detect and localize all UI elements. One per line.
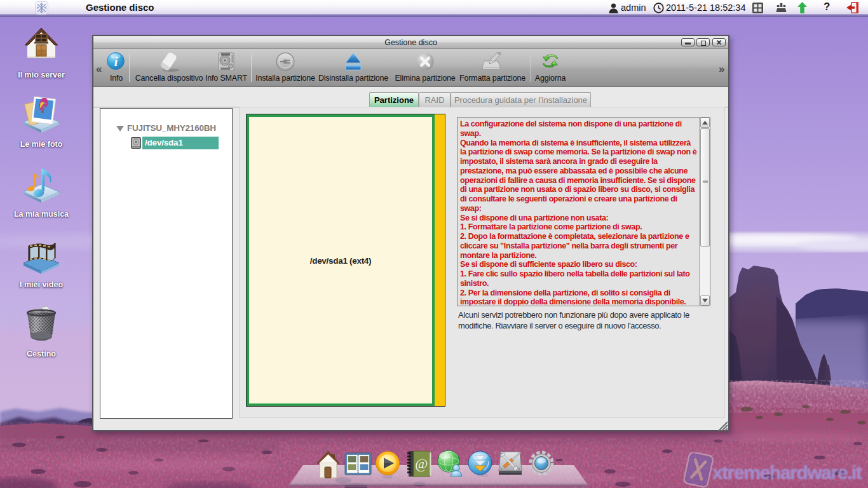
svg-text:i: i [114, 55, 118, 69]
svg-text:@: @ [415, 456, 428, 471]
